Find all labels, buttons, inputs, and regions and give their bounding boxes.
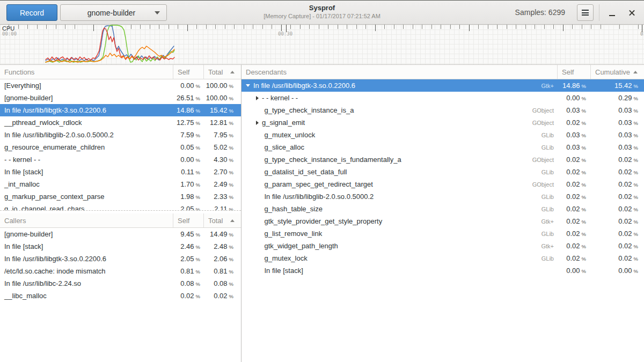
- percent-value: 0.29%: [590, 94, 644, 102]
- descendants-table-row[interactable]: In file [stack]0.00%0.00%: [241, 264, 644, 277]
- descendants-table-row[interactable]: gtk_style_provider_get_style_propertyGtk…: [241, 215, 644, 227]
- percent-value: 0.02%: [590, 180, 644, 188]
- descendants-table-row[interactable]: In file /usr/lib/libglib-2.0.so.0.5000.2…: [241, 190, 644, 203]
- functions-total-column-header[interactable]: Total: [203, 65, 241, 79]
- function-name: [gnome-builder]: [0, 94, 173, 102]
- descendants-table-row[interactable]: g_mutex_unlockGLib0.03%0.03%: [241, 129, 644, 141]
- record-button[interactable]: Record: [6, 4, 57, 21]
- percent-value: 0.02%: [557, 217, 590, 225]
- callers-table-header: Callers Self Total: [0, 213, 241, 228]
- descendants-table-row[interactable]: g_signal_emitGObject0.02%0.03%: [241, 116, 644, 129]
- percent-value: 0.02%: [557, 168, 590, 176]
- percent-value: 0.03%: [590, 131, 644, 139]
- percent-value: 12.81%: [203, 119, 241, 127]
- headerbar: Record gnome-builder Sysprof [Memory Cap…: [0, 1, 644, 25]
- percent-value: 0.00%: [590, 267, 644, 275]
- functions-table-row[interactable]: [Everything]0.00%100.00%: [0, 79, 241, 92]
- functions-table-row[interactable]: In file [stack]0.11%2.70%: [0, 166, 241, 178]
- descendants-table-header: Descendants Self Cumulative: [241, 65, 644, 79]
- percent-value: 0.03%: [557, 131, 590, 139]
- callers-section: Callers Self Total [gnome-builder]9.45%1…: [0, 213, 241, 362]
- library-tag: GObject: [532, 120, 557, 126]
- percent-value: 15.42%: [590, 82, 644, 90]
- callers-table-row[interactable]: __libc_malloc0.02%0.02%: [0, 290, 241, 302]
- expander-collapsed-icon[interactable]: [256, 121, 259, 125]
- percent-value: 0.02%: [557, 254, 590, 262]
- descendants-table-row[interactable]: g_list_remove_linkGLib0.02%0.02%: [241, 227, 644, 240]
- descendants-table-row[interactable]: - - kernel - -0.00%0.29%: [241, 92, 644, 104]
- percent-value: 2.46%: [173, 242, 203, 250]
- functions-table-header: Functions Self Total: [0, 65, 241, 79]
- descendant-name: g_type_check_instance_is_a: [265, 106, 354, 114]
- descendants-table-row[interactable]: g_type_check_instance_is_aGObject0.03%0.…: [241, 104, 644, 116]
- functions-table-row[interactable]: _int_malloc1.70%2.49%: [0, 178, 241, 190]
- time-label-middle: 00:30: [278, 31, 292, 36]
- sort-ascending-icon: [633, 71, 638, 73]
- descendant-name: gtk_widget_path_length: [265, 242, 338, 250]
- percent-value: 15.42%: [203, 106, 241, 114]
- function-name: __libc_malloc: [0, 292, 173, 300]
- descendant-name: g_list_remove_link: [265, 230, 323, 238]
- descendant-name-cell: In file /usr/lib/libglib-2.0.so.0.5000.2…: [241, 193, 557, 201]
- descendants-self-column-header[interactable]: Self: [557, 65, 590, 79]
- functions-column-header[interactable]: Functions: [0, 65, 173, 79]
- descendants-table-row[interactable]: g_datalist_id_set_data_fullGLib0.02%0.02…: [241, 166, 644, 178]
- descendant-name: In file /usr/lib/libgtk-3.so.0.2200.6: [253, 82, 355, 90]
- expander-expanded-icon[interactable]: [246, 84, 250, 87]
- process-selector[interactable]: gnome-builder: [60, 4, 167, 21]
- sort-ascending-icon: [230, 219, 235, 222]
- samples-count: Samples: 6299: [515, 8, 565, 17]
- callers-table-row[interactable]: In file [stack]2.46%2.48%: [0, 240, 241, 253]
- descendants-table-row[interactable]: In file /usr/lib/libgtk-3.so.0.2200.6Gtk…: [241, 79, 644, 92]
- percent-value: 0.00%: [173, 156, 203, 164]
- descendant-name-cell: g_mutex_lockGLib: [241, 254, 557, 262]
- callers-self-column-header[interactable]: Self: [173, 213, 203, 227]
- library-tag: GLib: [541, 144, 557, 151]
- library-tag: GLib: [541, 132, 557, 138]
- callers-table-body: [gnome-builder]9.45%14.49%In file [stack…: [0, 228, 241, 362]
- descendants-column-header[interactable]: Descendants: [241, 65, 557, 79]
- minimize-button[interactable]: [604, 4, 620, 21]
- sort-ascending-icon: [230, 71, 235, 73]
- left-pane: Functions Self Total [Everything]0.00%10…: [0, 65, 241, 362]
- descendants-table-row[interactable]: g_type_check_instance_is_fundamentally_a…: [241, 153, 644, 166]
- functions-table-row[interactable]: In file /usr/lib/libglib-2.0.so.0.5000.2…: [0, 129, 241, 141]
- descendants-table-row[interactable]: g_slice_allocGLib0.03%0.03%: [241, 141, 644, 153]
- functions-table-row[interactable]: In file /usr/lib/libgtk-3.so.0.2200.614.…: [0, 104, 241, 116]
- descendants-table-row[interactable]: gtk_widget_path_lengthGtk+0.02%0.02%: [241, 240, 644, 252]
- hamburger-icon: [582, 10, 589, 16]
- percent-value: 0.00%: [557, 94, 590, 102]
- function-name: g_resource_enumerate_children: [0, 143, 173, 151]
- callers-table-row[interactable]: [gnome-builder]9.45%14.49%: [0, 228, 241, 240]
- functions-table-row[interactable]: [gnome-builder]26.51%100.00%: [0, 92, 241, 104]
- callers-table-row[interactable]: /etc/ld.so.cache: inode mismatch0.81%0.8…: [0, 265, 241, 277]
- percent-value: 0.02%: [590, 156, 644, 164]
- functions-table-row[interactable]: g_resource_enumerate_children0.05%5.02%: [0, 141, 241, 153]
- descendants-table-row[interactable]: g_mutex_lockGLib0.02%0.02%: [241, 252, 644, 264]
- functions-self-column-header[interactable]: Self: [173, 65, 203, 79]
- callers-table-row[interactable]: In file /usr/lib/libgtk-3.so.0.2200.62.0…: [0, 253, 241, 265]
- functions-table-row[interactable]: __pthread_rwlock_rdlock12.75%12.81%: [0, 116, 241, 129]
- descendants-table-row[interactable]: g_hash_table_sizeGLib0.02%0.02%: [241, 203, 644, 215]
- callers-table-row[interactable]: In file /usr/lib/libc-2.24.so0.08%0.08%: [0, 277, 241, 290]
- percent-value: 0.02%: [173, 292, 203, 300]
- callers-column-header[interactable]: Callers: [0, 213, 173, 227]
- functions-table-row[interactable]: g_markup_parse_context_parse1.98%2.33%: [0, 190, 241, 203]
- expander-collapsed-icon[interactable]: [256, 96, 259, 100]
- percent-value: 0.02%: [590, 205, 644, 213]
- percent-value: 5.02%: [203, 143, 241, 151]
- descendant-name-cell: g_mutex_unlockGLib: [241, 131, 557, 139]
- functions-table-row[interactable]: - - kernel - -0.00%4.30%: [0, 153, 241, 166]
- close-button[interactable]: [624, 4, 640, 21]
- percent-value: 100.00%: [203, 94, 241, 102]
- descendants-cumulative-column-header[interactable]: Cumulative: [590, 65, 644, 79]
- callers-total-column-header[interactable]: Total: [203, 213, 241, 227]
- cpu-timeline-graph[interactable]: CPU 00:00 00:30 01:00: [0, 25, 644, 65]
- percent-value: 2.06%: [203, 255, 241, 263]
- descendants-table-row[interactable]: g_param_spec_get_redirect_targetGObject0…: [241, 178, 644, 190]
- menu-button[interactable]: [577, 4, 594, 21]
- descendant-name: g_hash_table_size: [265, 205, 323, 213]
- descendant-name: gtk_style_provider_get_style_property: [265, 217, 383, 225]
- descendant-name: g_param_spec_get_redirect_target: [265, 180, 373, 188]
- functions-table-row[interactable]: g_io_channel_read_chars2.05%2.11%: [0, 203, 241, 211]
